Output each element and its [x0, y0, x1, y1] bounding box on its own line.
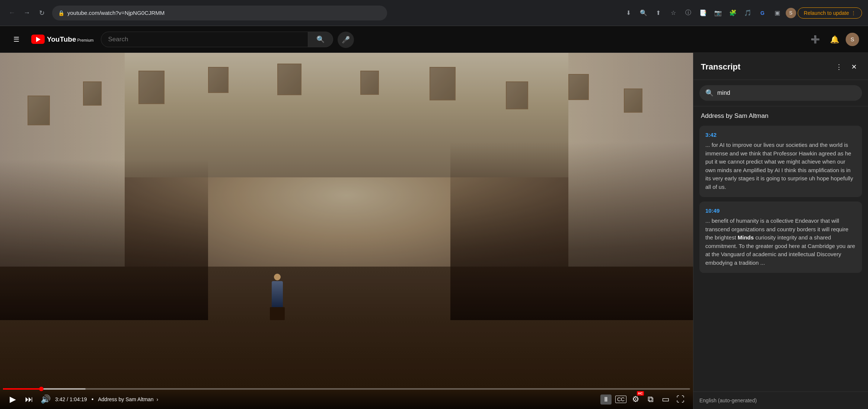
cc-button[interactable]: CC: [614, 393, 628, 406]
bell-icon: 🔔: [830, 35, 839, 44]
transcript-search: 🔍: [693, 80, 868, 106]
relaunch-label: Relaunch to update: [804, 10, 849, 16]
fullscreen-button[interactable]: ⛶: [674, 393, 687, 406]
entry-time-2: 10:49: [705, 207, 856, 214]
video-overlay: [0, 53, 693, 409]
search-submit-button[interactable]: 🔍: [308, 32, 333, 47]
entry-text-2: ... benefit of humanity is a collective …: [705, 217, 856, 267]
info-btn[interactable]: ⓘ: [682, 6, 695, 20]
sidebar-btn[interactable]: ▣: [771, 6, 784, 20]
refresh-button[interactable]: ↻: [36, 7, 48, 19]
language-label: English (auto-generated): [699, 397, 757, 403]
settings-icon: ⚙: [632, 394, 639, 404]
url-text: youtube.com/watch?v=NjpNG0CJRMM: [67, 10, 165, 16]
transcript-entry-2[interactable]: 10:49 ... benefit of humanity is a colle…: [699, 202, 862, 273]
youtube-header: ☰ YouTube Premium 🔍 🎤 ➕ 🔔 S: [0, 26, 868, 53]
pause-autoplay-button[interactable]: ⏸: [599, 393, 613, 406]
pause-icon: ⏸: [600, 394, 612, 405]
browser-chrome: ← → ↻ 🔒 youtube.com/watch?v=NjpNG0CJRMM …: [0, 0, 868, 26]
transcript-close-button[interactable]: ✕: [847, 60, 861, 74]
transcript-content: Address by Sam Altman 3:42 ... for AI to…: [693, 106, 868, 392]
youtube-logo-icon: [31, 35, 45, 44]
transcript-header: Transcript ⋮ ✕: [693, 53, 868, 80]
lock-icon: 🔒: [58, 10, 64, 16]
extensions-btn[interactable]: 🧩: [726, 6, 740, 20]
transcript-header-icons: ⋮ ✕: [832, 60, 861, 74]
entry-text-1: ... for AI to improve our lives our soci…: [705, 141, 856, 191]
browser-profile-avatar[interactable]: S: [786, 8, 796, 18]
relaunch-button[interactable]: Relaunch to update ⋮: [798, 7, 862, 19]
controls-right: ⏸ CC ⚙ HC ⧉ ▭: [599, 393, 687, 406]
download-icon-btn[interactable]: ⬇: [622, 6, 635, 20]
next-icon: ⏭: [25, 394, 33, 404]
transcript-title: Transcript: [701, 62, 740, 72]
miniplayer-icon: ⧉: [648, 394, 654, 404]
settings-wrap: ⚙ HC: [629, 393, 642, 406]
transcript-footer: English (auto-generated): [693, 392, 868, 409]
volume-icon: 🔊: [41, 394, 51, 404]
time-display: 3:42 / 1:04:19: [55, 396, 87, 402]
transcript-search-wrapper[interactable]: 🔍: [699, 85, 862, 101]
fullscreen-icon: ⛶: [676, 394, 684, 404]
search-input-wrapper[interactable]: [101, 32, 308, 47]
microphone-icon: 🎤: [342, 36, 350, 44]
play-button[interactable]: ▶: [6, 393, 19, 406]
bookmark-btn[interactable]: ☆: [667, 6, 680, 20]
google-btn[interactable]: G: [756, 6, 769, 20]
user-avatar[interactable]: S: [846, 33, 859, 46]
cc-icon: CC: [615, 396, 626, 403]
bookmark-manager-btn[interactable]: 📑: [696, 6, 710, 20]
entry-time-1: 3:42: [705, 132, 856, 138]
transcript-video-title: Address by Sam Altman: [699, 112, 862, 120]
close-icon: ✕: [851, 63, 857, 71]
miniplayer-button[interactable]: ⧉: [644, 393, 657, 406]
video-title-display: Address by Sam Altman ›: [98, 396, 158, 402]
transcript-panel: Transcript ⋮ ✕ 🔍 Address by Sam Altman 3…: [693, 53, 868, 409]
transcript-entry-1[interactable]: 3:42 ... for AI to improve our lives our…: [699, 126, 862, 197]
transcript-more-options-button[interactable]: ⋮: [832, 60, 846, 74]
main-content: ▶ ⏭ 🔊 3:42 / 1:04:19 • Address by Sam Al…: [0, 53, 868, 409]
back-button[interactable]: ←: [6, 7, 18, 19]
youtube-logo-link[interactable]: YouTube Premium: [31, 35, 93, 44]
hc-badge: HC: [637, 391, 644, 396]
theater-mode-button[interactable]: ▭: [659, 393, 672, 406]
media-btn[interactable]: 🎵: [741, 6, 754, 20]
video-container[interactable]: ▶ ⏭ 🔊 3:42 / 1:04:19 • Address by Sam Al…: [0, 53, 693, 409]
relaunch-menu-icon: ⋮: [851, 10, 856, 16]
browser-actions: ⬇ 🔍 ⬆ ☆ ⓘ 📑 📷 🧩 🎵 G ▣ S Relaunch to upda…: [622, 6, 862, 20]
youtube-logo-text: YouTube: [47, 35, 76, 44]
screenshot-btn[interactable]: 📷: [711, 6, 725, 20]
search-container: 🔍 🎤: [101, 32, 354, 47]
browser-nav-buttons: ← → ↻: [6, 7, 48, 19]
more-options-icon: ⋮: [836, 63, 842, 71]
yt-header-right: ➕ 🔔 S: [807, 31, 859, 48]
create-icon: ➕: [811, 35, 820, 44]
transcript-search-input[interactable]: [717, 90, 856, 96]
video-section: ▶ ⏭ 🔊 3:42 / 1:04:19 • Address by Sam Al…: [0, 53, 693, 409]
volume-button[interactable]: 🔊: [39, 393, 52, 406]
create-video-button[interactable]: ➕: [807, 31, 823, 48]
share-btn[interactable]: ⬆: [652, 6, 665, 20]
transcript-search-icon: 🔍: [705, 89, 714, 97]
notifications-button[interactable]: 🔔: [826, 31, 843, 48]
search-page-btn[interactable]: 🔍: [637, 6, 650, 20]
voice-search-button[interactable]: 🎤: [338, 32, 354, 48]
forward-button[interactable]: →: [21, 7, 33, 19]
video-controls: ▶ ⏭ 🔊 3:42 / 1:04:19 • Address by Sam Al…: [0, 390, 693, 409]
highlight-minds: Minds: [738, 234, 754, 241]
search-submit-icon: 🔍: [316, 35, 325, 44]
hamburger-menu-button[interactable]: ☰: [9, 32, 24, 47]
search-input[interactable]: [108, 36, 301, 43]
premium-badge: Premium: [77, 38, 93, 42]
play-icon: ▶: [10, 394, 16, 404]
next-button[interactable]: ⏭: [22, 393, 36, 406]
theater-icon: ▭: [662, 394, 670, 404]
address-bar[interactable]: 🔒 youtube.com/watch?v=NjpNG0CJRMM: [52, 6, 387, 20]
